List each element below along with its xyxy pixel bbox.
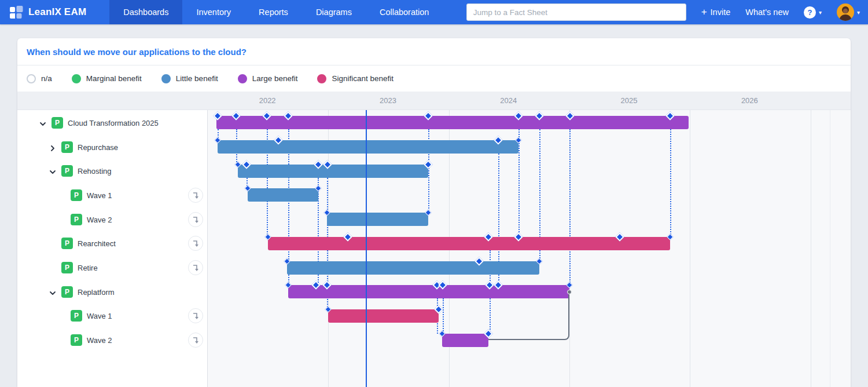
project-badge: P — [61, 286, 73, 298]
milestone-dotted-link — [518, 129, 520, 237]
gantt-bar-wave-2[interactable] — [442, 334, 488, 347]
year-tick-label: 2025 — [621, 96, 638, 105]
tree-item-label: Wave 2 — [87, 336, 112, 345]
plus-icon: + — [701, 6, 707, 18]
legend-label: n/a — [41, 74, 52, 83]
leanix-logo[interactable]: LeanIX EAM — [0, 0, 97, 24]
gantt-bar-wave-2[interactable] — [327, 213, 428, 226]
tree-item-label: Rearchitect — [78, 239, 116, 248]
year-gridline — [811, 110, 811, 387]
chevron-down-icon[interactable] — [49, 289, 56, 295]
tree-row-repurchase[interactable]: PRepurchase — [17, 135, 207, 159]
benefit-legend: n/aMarginal benefitLittle benefitLarge b… — [27, 65, 393, 92]
drilldown-button[interactable] — [188, 188, 203, 203]
tree-row-rearchitect[interactable]: PRearchitect — [17, 231, 207, 255]
help-icon: ? — [804, 6, 816, 19]
dashboard-panel: When should we move our applications to … — [17, 38, 851, 387]
nav-tabs: DashboardsInventoryReportsDiagramsCollab… — [109, 0, 443, 24]
project-badge: P — [61, 238, 73, 249]
gantt-bar-wave-1[interactable] — [328, 309, 439, 323]
legend-item: Large benefit — [238, 74, 298, 83]
legend-dot-icon — [238, 74, 247, 83]
legend-dot-icon — [161, 74, 171, 83]
year-tick-label: 2024 — [500, 96, 517, 105]
project-badge: P — [71, 310, 82, 322]
year-tick-label: 2026 — [741, 96, 758, 105]
tree-item-label: Wave 2 — [87, 215, 112, 224]
legend-label: Large benefit — [252, 74, 298, 83]
leanix-logo-icon — [9, 5, 23, 19]
gantt-bar-rearchitect[interactable] — [268, 237, 670, 250]
search-input[interactable] — [466, 3, 686, 21]
tree-row-replatform[interactable]: PReplatform — [17, 280, 207, 304]
drilldown-button[interactable] — [188, 212, 203, 227]
drilldown-button[interactable] — [188, 333, 203, 348]
milestone-dotted-link — [443, 298, 444, 333]
gantt-bar-wave-1[interactable] — [248, 188, 318, 202]
milestone-dotted-link — [670, 129, 671, 237]
tree-row-wave-2[interactable]: PWave 2 — [17, 207, 207, 232]
tree-item-label: Retire — [78, 264, 98, 272]
chevron-down-icon: ▾ — [857, 9, 860, 16]
connector-endpoint-dot — [567, 290, 572, 294]
project-badge: P — [71, 189, 82, 201]
today-marker-line — [366, 110, 367, 387]
gantt-bar-retire[interactable] — [287, 261, 539, 275]
drilldown-button[interactable] — [188, 260, 203, 275]
tree-row-wave-2[interactable]: PWave 2 — [17, 328, 207, 352]
nav-tab-reports[interactable]: Reports — [245, 0, 302, 24]
legend-item: Significant benefit — [317, 74, 393, 83]
tree-item-label: Wave 1 — [87, 191, 112, 199]
nav-tab-diagrams[interactable]: Diagrams — [302, 0, 366, 24]
drilldown-button[interactable] — [188, 308, 203, 323]
tree-row-wave-1[interactable]: PWave 1 — [17, 183, 207, 207]
factsheet-tree: PCloud Transformation 2025PRepurchasePRe… — [17, 110, 207, 387]
drilldown-button[interactable] — [188, 236, 203, 251]
invite-label: Invite — [711, 8, 731, 17]
chevron-down-icon[interactable] — [39, 119, 46, 126]
year-gridline — [830, 110, 830, 387]
project-badge: P — [61, 262, 73, 273]
gantt-bar-rehosting[interactable] — [238, 165, 428, 178]
help-menu[interactable]: ? ▾ — [804, 6, 822, 19]
legend-dot-icon — [72, 74, 81, 83]
year-gridline — [690, 110, 690, 387]
tree-item-label: Rehosting — [78, 167, 112, 176]
legend-item: Little benefit — [161, 74, 218, 83]
legend-item: Marginal benefit — [72, 74, 142, 83]
year-tick-label: 2023 — [380, 96, 396, 105]
timeline-header: 20222023202420252026 — [17, 92, 851, 110]
dependency-connector — [488, 292, 569, 340]
legend-label: Little benefit — [176, 74, 218, 83]
gantt-chart — [207, 110, 851, 387]
nav-tab-inventory[interactable]: Inventory — [182, 0, 245, 24]
user-menu[interactable]: ▾ — [837, 3, 860, 21]
tree-row-rehosting[interactable]: PRehosting — [17, 159, 207, 183]
avatar-person-icon — [837, 3, 854, 21]
tree-item-label: Replatform — [78, 287, 115, 296]
project-badge: P — [61, 141, 73, 153]
tree-row-wave-1[interactable]: PWave 1 — [17, 304, 207, 328]
project-badge: P — [71, 214, 82, 225]
page-title: When should we move our applications to … — [27, 47, 247, 57]
tree-item-label: Wave 1 — [87, 312, 112, 320]
navbar-right: + Invite What’s new ? ▾ ▾ — [466, 0, 868, 24]
tree-row-cloud-transformation-2025[interactable]: PCloud Transformation 2025 — [17, 111, 207, 135]
nav-tab-collaboration[interactable]: Collaboration — [366, 0, 443, 24]
whats-new-button[interactable]: What’s new — [745, 8, 789, 17]
invite-button[interactable]: + Invite — [701, 6, 731, 18]
gantt-bar-repurchase[interactable] — [218, 140, 519, 154]
project-badge: P — [52, 117, 63, 129]
nav-tab-dashboards[interactable]: Dashboards — [109, 0, 182, 24]
milestone-dotted-link — [569, 129, 571, 285]
legend-label: Significant benefit — [332, 74, 393, 83]
tree-row-retire[interactable]: PRetire — [17, 255, 207, 280]
chevron-down-icon: ▾ — [819, 9, 822, 16]
avatar — [837, 3, 854, 21]
tree-item-label: Repurchase — [78, 143, 118, 151]
project-badge: P — [71, 334, 82, 346]
chevron-down-icon[interactable] — [49, 167, 56, 174]
legend-item: n/a — [27, 74, 52, 83]
chevron-right-icon[interactable] — [49, 144, 56, 151]
legend-dot-icon — [27, 74, 36, 83]
